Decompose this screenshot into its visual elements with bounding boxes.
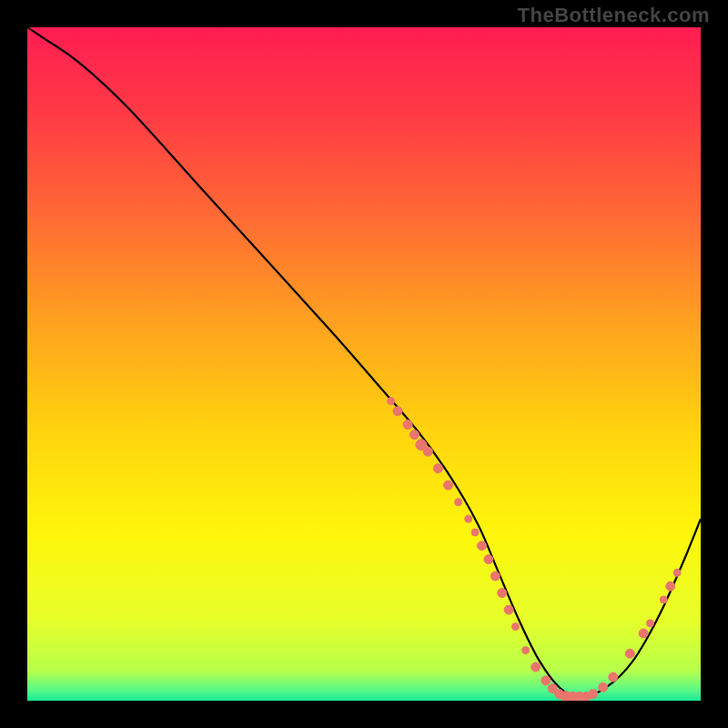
data-marker [403,420,412,430]
bottleneck-chart [0,0,728,728]
data-marker [673,569,681,576]
data-marker [498,589,507,598]
chart-frame: TheBottleneck.com [0,0,728,728]
data-marker [589,690,598,699]
data-marker [465,515,472,522]
data-marker [512,623,520,631]
data-marker [484,555,493,564]
data-marker [444,480,453,490]
data-marker [541,676,551,685]
data-marker [531,662,541,672]
data-marker [471,529,479,536]
data-marker [625,649,634,658]
data-marker [410,430,420,440]
data-marker [393,407,402,416]
data-marker [478,541,487,551]
data-marker [423,447,432,456]
data-marker [490,571,500,581]
data-marker [609,672,618,682]
data-marker [433,464,442,473]
data-marker [639,629,648,638]
data-marker [666,581,675,591]
data-marker [647,620,654,627]
data-marker [388,398,395,405]
data-marker [522,647,530,654]
data-marker [504,605,513,614]
gradient-background [27,27,701,701]
data-marker [455,499,462,506]
data-marker [660,596,667,603]
data-marker [599,682,608,692]
